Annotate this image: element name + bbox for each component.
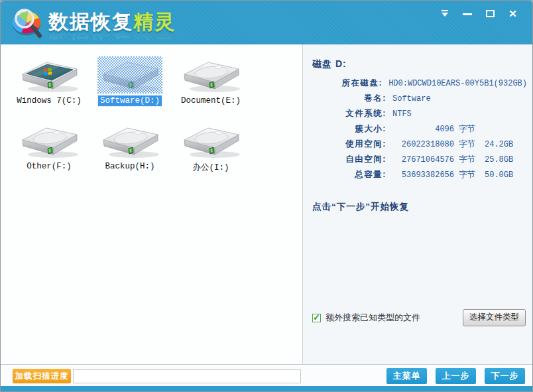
minimize-icon[interactable]: [463, 9, 473, 19]
detail-bytes: 53693382656: [392, 170, 454, 180]
app-window: 数据恢复精灵 数据恢复精灵 ✕ Windows 7(C:) Software(D…: [0, 0, 533, 392]
detail-row: 卷名: Software: [312, 91, 527, 106]
detail-label: 自由空间:: [312, 154, 386, 165]
drive-label: 办公(I:): [190, 161, 231, 174]
drive-item-backup-h[interactable]: Backup(H:): [89, 123, 170, 174]
main-menu-button[interactable]: 主菜单: [386, 368, 427, 384]
extra-search-checkbox[interactable]: [312, 314, 321, 322]
detail-value: NTFS: [392, 109, 412, 119]
detail-bytes: 26022318080: [392, 140, 454, 149]
extra-search-label[interactable]: 额外搜索已知类型的文件: [326, 312, 420, 324]
detail-row: 总容量: 53693382656 字节 50.0GB: [312, 167, 527, 182]
drive-item-windows-c[interactable]: Windows 7(C:): [9, 58, 89, 106]
detail-gb: 50.0GB: [485, 170, 513, 180]
drive-label: Windows 7(C:): [15, 96, 84, 106]
detail-value: Software: [392, 94, 431, 103]
detail-label: 文件系统:: [312, 108, 386, 119]
detail-row: 簇大小: 4096 字节: [312, 121, 527, 137]
previous-step-button[interactable]: 上一步: [436, 368, 476, 384]
detail-bytes: 27671064576: [392, 155, 454, 164]
detail-label: 簇大小:: [312, 123, 386, 135]
drive-label: Software(D:): [98, 96, 162, 106]
detail-unit: 字节: [459, 169, 475, 180]
dropdown-menu-icon[interactable]: [440, 9, 450, 19]
drive-label: Other(F:): [25, 161, 74, 172]
detail-unit: 字节: [459, 139, 475, 150]
hard-drive-icon: [178, 123, 243, 159]
close-icon[interactable]: ✕: [508, 9, 518, 19]
detail-row: 自由空间: 27671064576 字节 25.8GB: [312, 152, 527, 167]
drive-item-other-f[interactable]: Other(F:): [9, 123, 89, 174]
hard-drive-icon: [97, 58, 162, 94]
disk-detail-rows: 所在磁盘: HD0:WDCWD10EARS-00Y5B1(932GB) 卷名: …: [312, 76, 527, 182]
detail-label: 所在磁盘:: [312, 78, 383, 89]
detail-label: 使用空间:: [312, 139, 386, 150]
hard-drive-icon: [178, 58, 243, 94]
next-step-button[interactable]: 下一步: [485, 368, 525, 384]
select-file-type-button[interactable]: 选择文件类型: [463, 309, 526, 326]
hard-drive-icon: [17, 123, 82, 159]
maximize-icon[interactable]: [485, 9, 495, 19]
disk-details-panel: 磁盘 D: 所在磁盘: HD0:WDCWD10EARS-00Y5B1(932GB…: [302, 44, 532, 364]
disk-title: 磁盘 D:: [312, 58, 347, 70]
main-content: Windows 7(C:) Software(D:) Document(E:) …: [1, 44, 532, 364]
drive-list-panel: Windows 7(C:) Software(D:) Document(E:) …: [1, 44, 302, 364]
options-row: 额外搜索已知类型的文件 选择文件类型: [312, 309, 526, 326]
detail-label: 总容量:: [312, 169, 386, 180]
detail-gb: 25.8GB: [485, 155, 513, 164]
detail-bytes: 4096: [392, 125, 454, 134]
detail-row: 使用空间: 26022318080 字节 24.2GB: [312, 137, 527, 152]
window-controls: ✕: [440, 9, 518, 19]
app-title-main: 数据恢复: [48, 11, 133, 33]
detail-unit: 字节: [459, 123, 475, 135]
drive-label: Backup(H:): [103, 161, 156, 172]
scan-progress-input[interactable]: [73, 369, 301, 383]
detail-unit: 字节: [459, 154, 475, 165]
hard-drive-windows-icon: [17, 58, 82, 94]
app-title-reflection: 数据恢复精灵: [48, 32, 176, 43]
drive-label: Document(E:): [179, 96, 243, 106]
bottom-accent-strip: [1, 386, 532, 391]
drive-item-document-e[interactable]: Document(E:): [170, 58, 251, 106]
app-logo-icon: [9, 3, 47, 43]
detail-gb: 24.2GB: [485, 140, 513, 149]
drive-item-software-d[interactable]: Software(D:): [89, 58, 170, 106]
app-title-accent: 精灵: [133, 11, 176, 33]
detail-row: 所在磁盘: HD0:WDCWD10EARS-00Y5B1(932GB): [312, 76, 527, 91]
hard-drive-icon: [97, 123, 162, 159]
footer-bar: 加载扫描进度 主菜单 上一步 下一步: [1, 364, 532, 387]
drive-grid: Windows 7(C:) Software(D:) Document(E:) …: [9, 58, 251, 174]
load-scan-progress-button[interactable]: 加载扫描进度: [13, 369, 71, 383]
title-bar: 数据恢复精灵 数据恢复精灵 ✕: [1, 1, 532, 44]
detail-value: HD0:WDCWD10EARS-00Y5B1(932GB): [388, 79, 527, 88]
next-step-hint: 点击“下一步”开始恢复: [312, 201, 409, 213]
detail-label: 卷名:: [312, 93, 386, 104]
detail-row: 文件系统: NTFS: [312, 106, 527, 121]
drive-item-office-i[interactable]: 办公(I:): [170, 123, 251, 174]
